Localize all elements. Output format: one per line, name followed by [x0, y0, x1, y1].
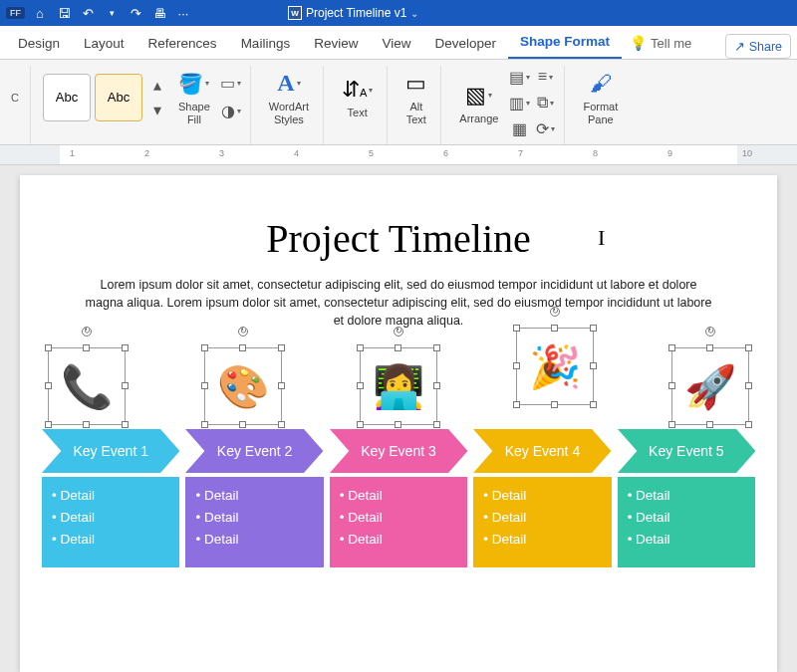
resize-handle[interactable] — [395, 421, 401, 428]
style-gallery-up-icon[interactable]: ▴ — [146, 74, 168, 96]
timeline-event-arrow[interactable]: Key Event 4 — [473, 429, 611, 473]
tab-design[interactable]: Design — [6, 28, 72, 59]
tab-review[interactable]: Review — [302, 28, 370, 59]
document-title[interactable]: W Project Timeline v1 ⌄ — [288, 6, 418, 20]
rotate-handle[interactable] — [705, 327, 715, 336]
resize-handle[interactable] — [745, 382, 752, 389]
home-icon[interactable]: ⌂ — [31, 6, 49, 21]
resize-handle[interactable] — [357, 344, 364, 351]
resize-handle[interactable] — [513, 401, 520, 408]
bring-forward-icon[interactable]: ▤▾ — [508, 66, 530, 88]
undo-more-icon[interactable]: ▾ — [103, 8, 121, 18]
timeline-icon-shape[interactable]: 🎉 — [516, 328, 594, 405]
wordart-styles-button[interactable]: A▾ WordArt Styles — [263, 67, 315, 127]
timeline-event-arrow[interactable]: Key Event 2 — [185, 429, 323, 473]
format-pane-button[interactable]: 🖌 Format Pane — [577, 67, 624, 127]
shape-fill-button[interactable]: 🪣▾ Shape Fill — [172, 67, 216, 127]
autosave-pill[interactable]: FF — [6, 7, 25, 19]
resize-handle[interactable] — [201, 344, 208, 351]
page-title[interactable]: Project Timeline — [38, 215, 759, 262]
timeline-event-arrow[interactable]: Key Event 1 — [42, 429, 179, 473]
resize-handle[interactable] — [201, 421, 208, 428]
timeline-detail-box[interactable]: DetailDetailDetail — [330, 477, 467, 567]
resize-handle[interactable] — [45, 421, 52, 428]
resize-handle[interactable] — [706, 344, 713, 351]
redo-icon[interactable]: ↷ — [127, 6, 144, 21]
resize-handle[interactable] — [668, 382, 675, 389]
resize-handle[interactable] — [706, 421, 713, 428]
timeline-icon-shape[interactable]: 🎨 — [204, 347, 282, 425]
print-icon[interactable]: 🖶 — [150, 6, 168, 21]
resize-handle[interactable] — [122, 344, 129, 351]
resize-handle[interactable] — [122, 421, 129, 428]
resize-handle[interactable] — [122, 382, 129, 389]
resize-handle[interactable] — [83, 344, 90, 351]
timeline-detail-box[interactable]: DetailDetailDetail — [185, 477, 323, 567]
resize-handle[interactable] — [395, 344, 401, 351]
resize-handle[interactable] — [551, 401, 558, 408]
resize-handle[interactable] — [357, 421, 364, 428]
resize-handle[interactable] — [278, 344, 285, 351]
resize-handle[interactable] — [745, 344, 752, 351]
rotate-handle[interactable] — [82, 327, 92, 336]
resize-handle[interactable] — [357, 382, 364, 389]
group-icon[interactable]: ⧉▾ — [534, 92, 556, 113]
resize-handle[interactable] — [590, 401, 597, 408]
tell-me[interactable]: 💡 Tell me — [622, 27, 699, 59]
resize-handle[interactable] — [433, 382, 440, 389]
resize-handle[interactable] — [745, 421, 752, 428]
horizontal-ruler[interactable]: 1 2 3 4 5 6 7 8 9 10 — [0, 145, 797, 165]
timeline-icon-shape[interactable]: 👩‍💻 — [360, 347, 437, 425]
resize-handle[interactable] — [513, 362, 520, 369]
tab-view[interactable]: View — [370, 28, 422, 59]
resize-handle[interactable] — [668, 344, 675, 351]
align-icon[interactable]: ≡▾ — [534, 66, 556, 88]
timeline-icon-shape[interactable]: 🚀 — [671, 347, 749, 425]
timeline-detail-box[interactable]: DetailDetailDetail — [42, 477, 179, 567]
left-truncated-icon[interactable]: C — [4, 87, 26, 109]
resize-handle[interactable] — [239, 421, 246, 428]
resize-handle[interactable] — [201, 382, 208, 389]
page[interactable]: Project Timeline Lorem ipsum dolor sit a… — [20, 175, 777, 672]
resize-handle[interactable] — [433, 344, 440, 351]
resize-handle[interactable] — [433, 421, 440, 428]
document-canvas[interactable]: Project Timeline Lorem ipsum dolor sit a… — [0, 165, 797, 672]
timeline-event-arrow[interactable]: Key Event 5 — [618, 429, 755, 473]
timeline-icon-shape[interactable]: 📞 — [48, 347, 126, 425]
rotate-handle[interactable] — [550, 307, 560, 317]
rotate-handle[interactable] — [238, 327, 248, 336]
resize-handle[interactable] — [590, 362, 597, 369]
resize-handle[interactable] — [668, 421, 675, 428]
text-direction-button[interactable]: ⇵A▾ Text — [336, 73, 379, 121]
resize-handle[interactable] — [45, 344, 52, 351]
tab-layout[interactable]: Layout — [72, 28, 136, 59]
timeline-detail-box[interactable]: DetailDetailDetail — [618, 477, 755, 567]
tab-shape-format[interactable]: Shape Format — [508, 26, 622, 59]
save-icon[interactable]: 🖫 — [55, 6, 73, 21]
shape-outline-icon[interactable]: ▭▾ — [220, 73, 242, 95]
alt-text-button[interactable]: ▭ Alt Text — [399, 67, 432, 127]
tab-developer[interactable]: Developer — [422, 28, 508, 59]
resize-handle[interactable] — [45, 382, 52, 389]
resize-handle[interactable] — [551, 325, 558, 332]
page-body-text[interactable]: Lorem ipsum dolor sit amet, consectetur … — [80, 276, 717, 330]
resize-handle[interactable] — [278, 382, 285, 389]
timeline-event-arrow[interactable]: Key Event 3 — [330, 429, 467, 473]
tab-references[interactable]: References — [136, 28, 229, 59]
shape-style-preset-2[interactable]: Abc — [95, 74, 142, 121]
style-gallery-down-icon[interactable]: ▾ — [146, 99, 168, 120]
rotate-icon[interactable]: ⟳▾ — [534, 117, 556, 139]
shape-effects-icon[interactable]: ◑▾ — [220, 101, 242, 122]
resize-handle[interactable] — [239, 344, 246, 351]
timeline-detail-box[interactable]: DetailDetailDetail — [473, 477, 611, 567]
shape-style-preset-1[interactable]: Abc — [43, 74, 91, 121]
more-icon[interactable]: ··· — [174, 6, 192, 21]
arrange-button[interactable]: ▧▾ Arrange — [453, 79, 504, 127]
share-button[interactable]: ↗ Share — [725, 34, 791, 59]
rotate-handle[interactable] — [394, 327, 403, 336]
selection-pane-icon[interactable]: ▦ — [508, 117, 530, 139]
send-backward-icon[interactable]: ▥▾ — [508, 92, 530, 113]
resize-handle[interactable] — [513, 325, 520, 332]
undo-icon[interactable]: ↶ — [79, 6, 97, 21]
resize-handle[interactable] — [83, 421, 90, 428]
